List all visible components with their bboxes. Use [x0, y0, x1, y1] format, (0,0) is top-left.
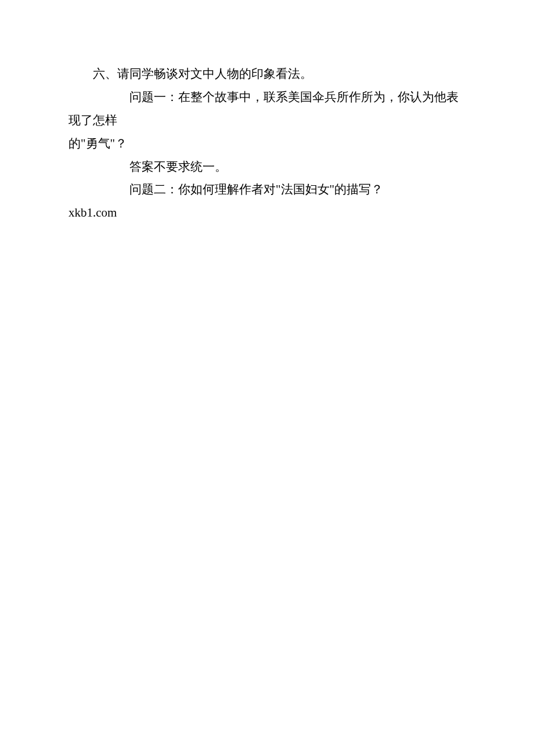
section-heading: 六、请同学畅谈对文中人物的印象看法。: [68, 63, 466, 86]
question-two: 问题二：你如何理解作者对"法国妇女"的描写？: [68, 178, 466, 201]
document-page: 六、请同学畅谈对文中人物的印象看法。 问题一：在整个故事中，联系美国伞兵所作所为…: [0, 0, 534, 225]
footer-text: xkb1.com: [68, 201, 466, 225]
question-one-line1: 问题一：在整个故事中，联系美国伞兵所作所为，你认为他表现了怎样: [68, 86, 466, 132]
answer-line: 答案不要求统一。: [68, 156, 466, 179]
question-one-line2: 的"勇气"？: [68, 132, 466, 156]
